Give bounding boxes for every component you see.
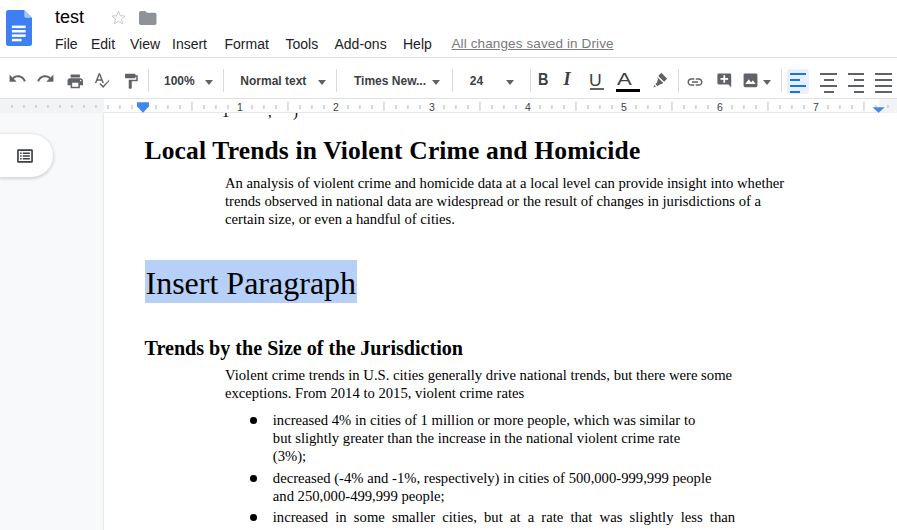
svg-text:1: 1 xyxy=(237,101,243,113)
svg-text:6: 6 xyxy=(717,101,723,113)
svg-text:2: 2 xyxy=(333,101,339,113)
svg-text:4: 4 xyxy=(525,101,531,113)
svg-text:3: 3 xyxy=(429,101,435,113)
svg-text:7: 7 xyxy=(813,101,819,113)
svg-text:5: 5 xyxy=(621,101,627,113)
